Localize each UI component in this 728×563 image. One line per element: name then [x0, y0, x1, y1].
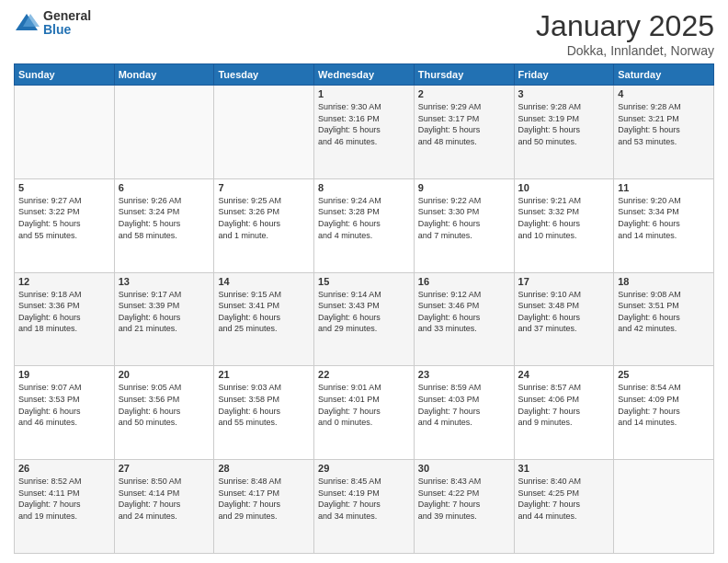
day-number: 7	[218, 182, 310, 193]
page: General Blue January 2025 Dokka, Innland…	[0, 0, 728, 563]
day-number: 17	[518, 276, 610, 287]
table-row: 23Sunrise: 8:59 AM Sunset: 4:03 PM Dayli…	[414, 366, 514, 460]
col-friday: Friday	[514, 64, 614, 86]
day-info: Sunrise: 8:54 AM Sunset: 4:09 PM Dayligh…	[618, 382, 710, 428]
table-row: 2Sunrise: 9:29 AM Sunset: 3:17 PM Daylig…	[414, 86, 514, 179]
day-number: 26	[18, 463, 110, 474]
logo: General Blue	[14, 9, 91, 38]
day-info: Sunrise: 9:14 AM Sunset: 3:43 PM Dayligh…	[318, 289, 410, 335]
day-number: 4	[618, 88, 710, 99]
table-row: 7Sunrise: 9:25 AM Sunset: 3:26 PM Daylig…	[214, 178, 314, 272]
col-saturday: Saturday	[614, 64, 714, 86]
table-row: 4Sunrise: 9:28 AM Sunset: 3:21 PM Daylig…	[614, 86, 714, 179]
day-info: Sunrise: 9:12 AM Sunset: 3:46 PM Dayligh…	[418, 289, 510, 335]
day-number: 15	[318, 276, 410, 287]
day-info: Sunrise: 9:17 AM Sunset: 3:39 PM Dayligh…	[119, 289, 210, 335]
logo-text: General Blue	[43, 9, 91, 38]
table-row: 9Sunrise: 9:22 AM Sunset: 3:30 PM Daylig…	[414, 178, 514, 272]
header: General Blue January 2025 Dokka, Innland…	[14, 9, 714, 58]
day-number: 13	[119, 276, 210, 287]
table-row	[15, 86, 115, 179]
day-number: 29	[318, 463, 410, 474]
day-info: Sunrise: 8:48 AM Sunset: 4:17 PM Dayligh…	[218, 476, 310, 522]
table-row: 3Sunrise: 9:28 AM Sunset: 3:19 PM Daylig…	[514, 86, 614, 179]
day-number: 27	[119, 463, 210, 474]
day-number: 23	[418, 369, 510, 380]
calendar: Sunday Monday Tuesday Wednesday Thursday…	[14, 63, 714, 554]
day-info: Sunrise: 9:05 AM Sunset: 3:56 PM Dayligh…	[119, 382, 210, 428]
table-row: 20Sunrise: 9:05 AM Sunset: 3:56 PM Dayli…	[114, 366, 214, 460]
day-number: 1	[318, 88, 410, 99]
table-row: 31Sunrise: 8:40 AM Sunset: 4:25 PM Dayli…	[514, 460, 614, 554]
calendar-week-row: 1Sunrise: 9:30 AM Sunset: 3:16 PM Daylig…	[15, 86, 714, 179]
day-number: 12	[18, 276, 110, 287]
day-info: Sunrise: 9:01 AM Sunset: 4:01 PM Dayligh…	[318, 382, 410, 428]
table-row: 13Sunrise: 9:17 AM Sunset: 3:39 PM Dayli…	[114, 272, 214, 366]
col-sunday: Sunday	[15, 64, 115, 86]
day-number: 22	[318, 369, 410, 380]
month-title: January 2025	[536, 9, 714, 43]
day-number: 3	[518, 88, 610, 99]
logo-icon	[14, 10, 40, 36]
table-row: 17Sunrise: 9:10 AM Sunset: 3:48 PM Dayli…	[514, 272, 614, 366]
day-number: 16	[418, 276, 510, 287]
day-number: 9	[418, 182, 510, 193]
day-info: Sunrise: 9:07 AM Sunset: 3:53 PM Dayligh…	[18, 382, 110, 428]
day-info: Sunrise: 8:57 AM Sunset: 4:06 PM Dayligh…	[518, 382, 610, 428]
day-info: Sunrise: 8:40 AM Sunset: 4:25 PM Dayligh…	[518, 476, 610, 522]
day-info: Sunrise: 9:28 AM Sunset: 3:21 PM Dayligh…	[618, 101, 710, 147]
table-row	[614, 460, 714, 554]
table-row	[114, 86, 214, 179]
table-row: 25Sunrise: 8:54 AM Sunset: 4:09 PM Dayli…	[614, 366, 714, 460]
table-row: 29Sunrise: 8:45 AM Sunset: 4:19 PM Dayli…	[314, 460, 415, 554]
day-info: Sunrise: 8:50 AM Sunset: 4:14 PM Dayligh…	[119, 476, 210, 522]
table-row: 22Sunrise: 9:01 AM Sunset: 4:01 PM Dayli…	[314, 366, 415, 460]
day-info: Sunrise: 9:21 AM Sunset: 3:32 PM Dayligh…	[518, 195, 610, 241]
logo-general: General	[43, 9, 91, 23]
day-info: Sunrise: 9:29 AM Sunset: 3:17 PM Dayligh…	[418, 101, 510, 147]
day-info: Sunrise: 8:45 AM Sunset: 4:19 PM Dayligh…	[318, 476, 410, 522]
table-row: 5Sunrise: 9:27 AM Sunset: 3:22 PM Daylig…	[15, 178, 115, 272]
calendar-week-row: 19Sunrise: 9:07 AM Sunset: 3:53 PM Dayli…	[15, 366, 714, 460]
location-subtitle: Dokka, Innlandet, Norway	[536, 43, 714, 58]
table-row: 11Sunrise: 9:20 AM Sunset: 3:34 PM Dayli…	[614, 178, 714, 272]
col-wednesday: Wednesday	[314, 64, 415, 86]
day-info: Sunrise: 8:52 AM Sunset: 4:11 PM Dayligh…	[18, 476, 110, 522]
day-info: Sunrise: 9:28 AM Sunset: 3:19 PM Dayligh…	[518, 101, 610, 147]
day-number: 21	[218, 369, 310, 380]
logo-blue: Blue	[43, 23, 91, 37]
table-row: 10Sunrise: 9:21 AM Sunset: 3:32 PM Dayli…	[514, 178, 614, 272]
day-number: 14	[218, 276, 310, 287]
day-info: Sunrise: 8:43 AM Sunset: 4:22 PM Dayligh…	[418, 476, 510, 522]
day-info: Sunrise: 9:27 AM Sunset: 3:22 PM Dayligh…	[18, 195, 110, 241]
day-number: 2	[418, 88, 510, 99]
day-number: 24	[518, 369, 610, 380]
day-info: Sunrise: 9:15 AM Sunset: 3:41 PM Dayligh…	[218, 289, 310, 335]
calendar-week-row: 26Sunrise: 8:52 AM Sunset: 4:11 PM Dayli…	[15, 460, 714, 554]
day-info: Sunrise: 9:10 AM Sunset: 3:48 PM Dayligh…	[518, 289, 610, 335]
day-number: 11	[618, 182, 710, 193]
table-row: 8Sunrise: 9:24 AM Sunset: 3:28 PM Daylig…	[314, 178, 415, 272]
col-monday: Monday	[114, 64, 214, 86]
day-info: Sunrise: 9:24 AM Sunset: 3:28 PM Dayligh…	[318, 195, 410, 241]
day-number: 25	[618, 369, 710, 380]
day-number: 31	[518, 463, 610, 474]
table-row: 30Sunrise: 8:43 AM Sunset: 4:22 PM Dayli…	[414, 460, 514, 554]
calendar-header-row: Sunday Monday Tuesday Wednesday Thursday…	[15, 64, 714, 86]
day-info: Sunrise: 9:26 AM Sunset: 3:24 PM Dayligh…	[119, 195, 210, 241]
table-row: 24Sunrise: 8:57 AM Sunset: 4:06 PM Dayli…	[514, 366, 614, 460]
day-number: 28	[218, 463, 310, 474]
calendar-week-row: 5Sunrise: 9:27 AM Sunset: 3:22 PM Daylig…	[15, 178, 714, 272]
day-info: Sunrise: 9:30 AM Sunset: 3:16 PM Dayligh…	[318, 101, 410, 147]
day-number: 30	[418, 463, 510, 474]
day-number: 8	[318, 182, 410, 193]
col-thursday: Thursday	[414, 64, 514, 86]
table-row: 26Sunrise: 8:52 AM Sunset: 4:11 PM Dayli…	[15, 460, 115, 554]
day-info: Sunrise: 9:08 AM Sunset: 3:51 PM Dayligh…	[618, 289, 710, 335]
day-info: Sunrise: 9:20 AM Sunset: 3:34 PM Dayligh…	[618, 195, 710, 241]
table-row: 27Sunrise: 8:50 AM Sunset: 4:14 PM Dayli…	[114, 460, 214, 554]
calendar-week-row: 12Sunrise: 9:18 AM Sunset: 3:36 PM Dayli…	[15, 272, 714, 366]
table-row: 14Sunrise: 9:15 AM Sunset: 3:41 PM Dayli…	[214, 272, 314, 366]
table-row: 19Sunrise: 9:07 AM Sunset: 3:53 PM Dayli…	[15, 366, 115, 460]
table-row: 28Sunrise: 8:48 AM Sunset: 4:17 PM Dayli…	[214, 460, 314, 554]
